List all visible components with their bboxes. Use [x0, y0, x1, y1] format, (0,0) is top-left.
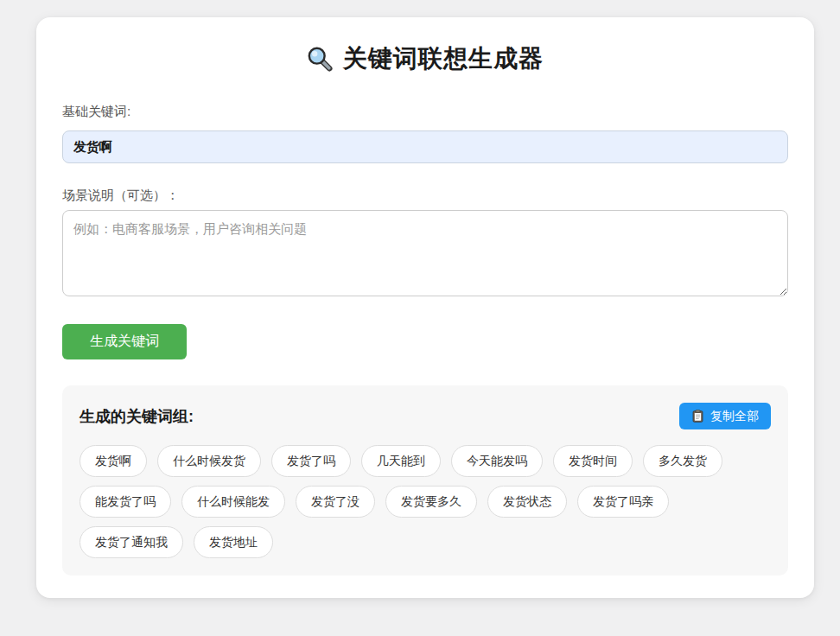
keyword-chips: 发货啊什么时候发货发货了吗几天能到今天能发吗发货时间多久发货能发货了吗什么时候能…	[80, 445, 771, 558]
keyword-chip[interactable]: 发货了通知我	[80, 526, 183, 558]
keyword-input[interactable]	[62, 130, 788, 163]
keyword-chip[interactable]: 多久发货	[643, 445, 722, 477]
results-header-row: 生成的关键词组: 复制全部	[80, 403, 771, 429]
keyword-chip[interactable]: 发货了吗	[271, 445, 351, 477]
keyword-chip[interactable]: 发货地址	[194, 526, 273, 558]
keyword-chip[interactable]: 发货状态	[487, 486, 567, 518]
copy-all-label: 复制全部	[710, 409, 759, 424]
scene-label: 场景说明（可选）：	[62, 188, 788, 203]
keyword-chip[interactable]: 发货时间	[553, 445, 633, 477]
keyword-chip[interactable]: 发货要多久	[385, 486, 477, 518]
keyword-chip[interactable]: 什么时候发货	[157, 445, 261, 477]
page-title: 关键词联想生成器	[343, 42, 544, 75]
keyword-label: 基础关键词:	[62, 104, 788, 119]
magnifier-icon	[307, 46, 333, 72]
keyword-chip[interactable]: 今天能发吗	[451, 445, 543, 477]
generate-button[interactable]: 生成关键词	[62, 324, 187, 359]
keyword-chip[interactable]: 发货了吗亲	[577, 486, 669, 518]
keyword-chip[interactable]: 能发货了吗	[80, 486, 171, 518]
results-panel: 生成的关键词组: 复制全部 发货啊什么时候发货发货了吗几天能到今天能发吗发货时间…	[62, 385, 788, 576]
scene-textarea[interactable]	[62, 210, 788, 296]
results-header: 生成的关键词组:	[80, 406, 194, 427]
keyword-chip[interactable]: 什么时候能发	[181, 486, 285, 518]
keyword-chip[interactable]: 几天能到	[361, 445, 441, 477]
keyword-chip[interactable]: 发货啊	[80, 445, 147, 477]
copy-all-button[interactable]: 复制全部	[679, 403, 771, 429]
keyword-generator-card: 关键词联想生成器 基础关键词: 场景说明（可选）： 生成关键词 生成的关键词组:	[36, 17, 814, 598]
page-title-row: 关键词联想生成器	[62, 41, 788, 76]
keyword-chip[interactable]: 发货了没	[296, 486, 375, 518]
clipboard-icon	[691, 410, 704, 423]
